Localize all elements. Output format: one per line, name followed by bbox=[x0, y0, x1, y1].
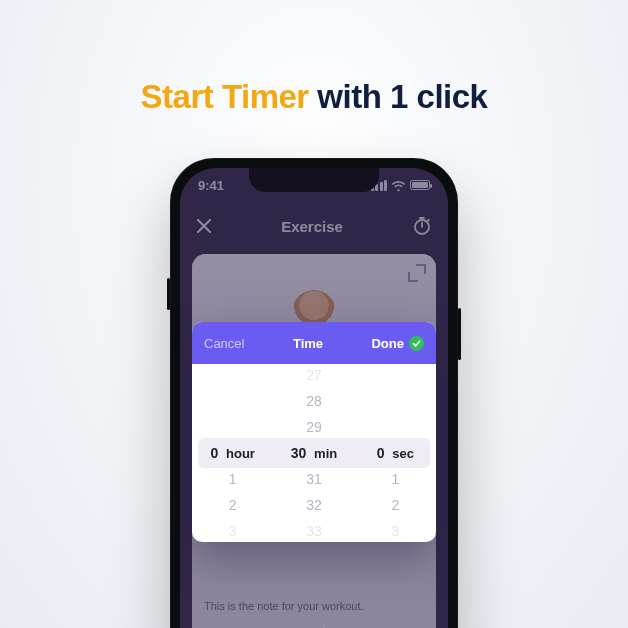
phone-frame: 9:41 Exercise This is the note for your … bbox=[170, 158, 458, 628]
modal-header: Cancel Time Done bbox=[192, 322, 436, 364]
min-opt: 32 bbox=[273, 494, 354, 516]
done-label: Done bbox=[371, 336, 404, 351]
min-opt: 29 bbox=[273, 416, 354, 438]
min-opt: 31 bbox=[273, 468, 354, 490]
time-picker-modal: Cancel Time Done 0 hour 1 2 bbox=[192, 322, 436, 542]
check-icon bbox=[409, 336, 424, 351]
hour-column[interactable]: 0 hour 1 2 3 bbox=[192, 364, 273, 542]
min-opt: 28 bbox=[273, 390, 354, 412]
hour-selected: 0 bbox=[210, 445, 218, 461]
time-picker[interactable]: 0 hour 1 2 3 27 28 29 30 min 31 32 33 bbox=[192, 364, 436, 542]
sec-opt: 2 bbox=[355, 494, 436, 516]
screen: 9:41 Exercise This is the note for your … bbox=[180, 168, 448, 628]
done-button[interactable]: Done bbox=[371, 336, 424, 351]
sec-opt: 1 bbox=[355, 468, 436, 490]
hour-opt: 2 bbox=[192, 494, 273, 516]
sec-unit: sec bbox=[392, 446, 414, 461]
hour-opt: 1 bbox=[192, 468, 273, 490]
second-column[interactable]: 0 sec 1 2 3 bbox=[355, 364, 436, 542]
headline-accent: Start Timer bbox=[141, 78, 309, 115]
min-opt: 33 bbox=[273, 520, 354, 542]
minute-column[interactable]: 27 28 29 30 min 31 32 33 bbox=[273, 364, 354, 542]
headline: Start Timer with 1 click bbox=[0, 78, 628, 116]
sec-opt: 3 bbox=[355, 520, 436, 542]
min-unit: min bbox=[314, 446, 337, 461]
headline-rest: with 1 click bbox=[309, 78, 488, 115]
modal-title: Time bbox=[293, 336, 323, 351]
hour-opt: 3 bbox=[192, 520, 273, 542]
hour-unit: hour bbox=[226, 446, 255, 461]
min-opt: 27 bbox=[273, 364, 354, 386]
sec-selected: 0 bbox=[377, 445, 385, 461]
cancel-button[interactable]: Cancel bbox=[204, 336, 244, 351]
min-selected: 30 bbox=[291, 445, 307, 461]
